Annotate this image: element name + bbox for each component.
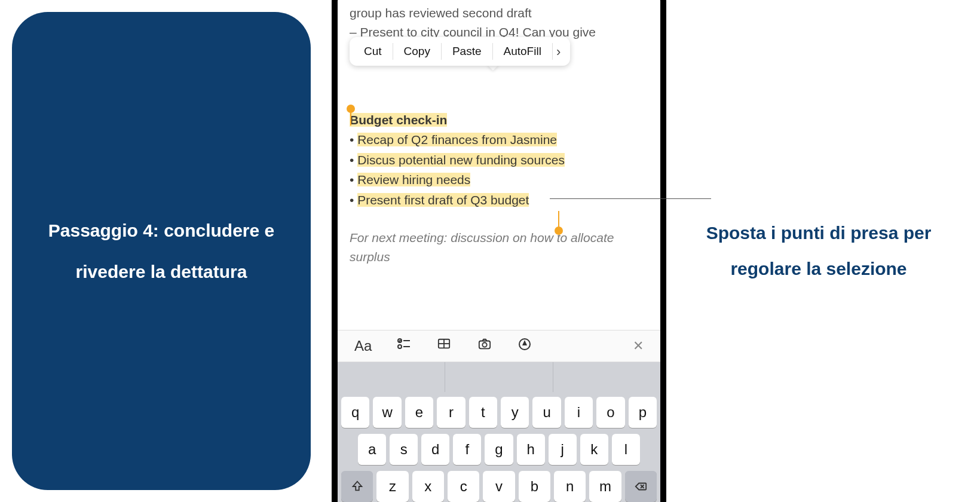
key-backspace[interactable] [625, 471, 657, 502]
key-s[interactable]: s [390, 434, 418, 465]
suggestion-slot[interactable] [445, 362, 553, 392]
key-j[interactable]: j [549, 434, 577, 465]
key-i[interactable]: i [565, 397, 593, 428]
key-p[interactable]: p [629, 397, 657, 428]
context-menu-paste[interactable]: Paste [442, 43, 493, 60]
key-m[interactable]: m [589, 471, 621, 502]
context-menu-autofill[interactable]: AutoFill [493, 43, 553, 60]
svg-point-8 [483, 342, 487, 347]
key-t[interactable]: t [469, 397, 497, 428]
note-italic-line: For next meeting: discussion on how to a… [350, 228, 648, 266]
context-menu-more-icon[interactable]: › [553, 42, 566, 62]
selection-bullet: Present first draft of Q3 budget [357, 193, 529, 207]
key-b[interactable]: b [519, 471, 550, 502]
selection-bullet: Review hiring needs [357, 173, 470, 186]
key-h[interactable]: h [517, 434, 545, 465]
suggestion-slot[interactable] [338, 362, 445, 392]
key-l[interactable]: l [612, 434, 640, 465]
callout-line [550, 198, 711, 199]
markup-icon[interactable] [517, 337, 532, 355]
key-shift[interactable] [341, 471, 373, 502]
phone-screen: group has reviewed second draft – Presen… [338, 0, 660, 502]
key-o[interactable]: o [596, 397, 624, 428]
text-style-icon[interactable]: Aa [354, 338, 372, 354]
selection-title: Budget check-in [350, 113, 447, 127]
key-g[interactable]: g [485, 434, 513, 465]
key-u[interactable]: u [532, 397, 561, 428]
key-c[interactable]: c [448, 471, 479, 502]
key-a[interactable]: a [358, 434, 386, 465]
key-w[interactable]: w [373, 397, 401, 428]
key-d[interactable]: d [421, 434, 449, 465]
svg-point-2 [398, 345, 402, 348]
keyboard-row-1: q w e r t y u i o p [341, 397, 657, 428]
key-r[interactable]: r [437, 397, 465, 428]
note-content[interactable]: group has reviewed second draft – Presen… [338, 0, 660, 330]
note-text-line: group has reviewed second draft [350, 4, 648, 23]
key-x[interactable]: x [412, 471, 444, 502]
key-q[interactable]: q [341, 397, 369, 428]
left-caption-text: Passaggio 4: concludere e rivedere la de… [36, 210, 287, 292]
selection-handle-end[interactable] [558, 211, 559, 228]
selected-text-block[interactable]: Budget check-in Recap of Q2 finances fro… [350, 111, 648, 210]
key-v[interactable]: v [483, 471, 514, 502]
notes-format-toolbar: Aa [338, 330, 660, 362]
table-icon[interactable] [436, 338, 452, 354]
context-menu-copy[interactable]: Copy [393, 43, 442, 60]
phone-frame: group has reviewed second draft – Presen… [332, 0, 666, 502]
right-caption-text: Sposta i punti di presa per regolare la … [693, 215, 944, 287]
right-caption-card: Sposta i punti di presa per regolare la … [669, 12, 968, 490]
selection-handle-start[interactable] [347, 105, 355, 113]
suggestion-slot[interactable] [553, 362, 660, 392]
key-n[interactable]: n [554, 471, 586, 502]
key-y[interactable]: y [501, 397, 529, 428]
keyboard-row-2: a s d f g h j k l [341, 434, 657, 465]
selection-bullet: Discus potential new funding sources [357, 153, 565, 167]
key-e[interactable]: e [405, 397, 433, 428]
onscreen-keyboard: q w e r t y u i o p a s d f g h j k l [338, 392, 660, 502]
checklist-icon[interactable] [397, 337, 411, 355]
keyboard-row-3: z x c v b n m [341, 471, 657, 502]
camera-icon[interactable] [477, 338, 492, 354]
selection-bullet: Recap of Q2 finances from Jasmine [357, 133, 557, 146]
text-context-menu: Cut Copy Paste AutoFill › [350, 37, 570, 66]
key-z[interactable]: z [376, 471, 408, 502]
key-f[interactable]: f [453, 434, 481, 465]
context-menu-cut[interactable]: Cut [353, 43, 393, 60]
left-caption-card: Passaggio 4: concludere e rivedere la de… [12, 12, 311, 490]
key-k[interactable]: k [580, 434, 608, 465]
keyboard-suggestion-bar [338, 362, 660, 392]
close-toolbar-icon[interactable]: ✕ [633, 338, 644, 354]
